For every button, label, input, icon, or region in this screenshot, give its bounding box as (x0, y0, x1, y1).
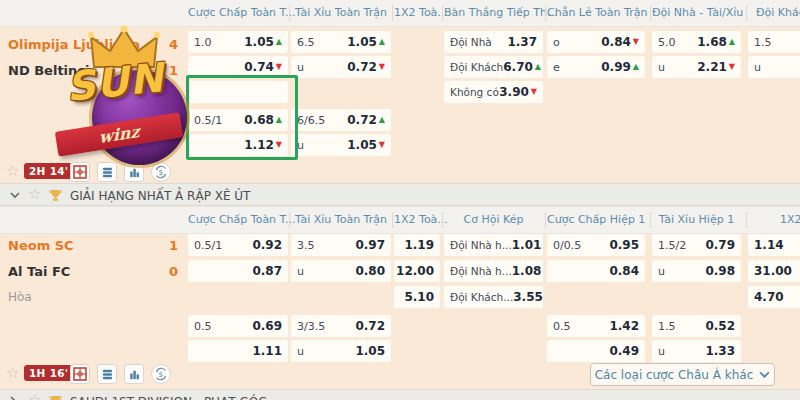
odds-cell-1x2-away[interactable]: 12.00 (394, 260, 440, 282)
odds-cell-ou2-over[interactable]: 3/3.50.72 (291, 315, 391, 337)
odds-value: 0.74 (244, 60, 274, 74)
odds-cell-dc-12[interactable]: Đội Nhà h...1.08 (444, 260, 543, 282)
league-row-saudi-d1-corners[interactable]: ☆ SAUDI 1ST DIVISION - PHẠT GÓC (0, 389, 800, 400)
league-row-saudi-d1[interactable]: ☆ GIẢI HẠNG NHẤT Ả RẬP XÊ ÚT (0, 183, 800, 206)
handicap: u (297, 345, 304, 358)
odds-cell-even[interactable]: e0.99▲ (547, 56, 645, 78)
stats-button[interactable] (124, 162, 144, 182)
odds-cell-home-ou-over[interactable]: 5.01.68▲ (652, 31, 741, 53)
market-header-double-chance: Cơ Hội Kép (444, 212, 543, 228)
match-time-badge: 2H 14' (24, 163, 73, 179)
odds-cell-home-ou-under[interactable]: u2.21▼ (652, 56, 741, 78)
odds-value: 0.84 (609, 264, 639, 278)
odds-cell-ou2-over[interactable]: 6/6.50.72▲ (291, 109, 391, 131)
divider (289, 5, 290, 21)
cashout-button[interactable]: $ (151, 162, 171, 182)
more-asian-bets-dropdown[interactable]: Các loại cược Châu Á khác (590, 363, 775, 386)
match-time-badge: 1H 16' (24, 365, 73, 381)
odds-cell-hdp2-h1-home[interactable]: 0.51.42 (547, 315, 645, 337)
odds-cell-hdp-ft-away[interactable]: 0.74▼ (188, 56, 288, 78)
handicap: 1.5/2 (658, 239, 686, 252)
odds-value: 1.05 (347, 35, 377, 49)
odds-cell-ou2-under[interactable]: u1.05▼ (291, 134, 391, 156)
odds-cell-hdp-ft-home[interactable]: 1.01.05▲ (188, 31, 288, 53)
odds-value: 0.80 (355, 264, 385, 278)
market-header-next-goal: Bàn Thắng Tiếp Th... (444, 5, 543, 21)
favorite-star-icon[interactable]: ☆ (28, 393, 41, 400)
handicap: 6.5 (297, 36, 315, 49)
odds-value: 0.95 (609, 238, 639, 252)
cashout-button[interactable]: $ (151, 364, 171, 384)
handicap: 3/3.5 (297, 320, 325, 333)
odds-value: 5.10 (404, 290, 434, 304)
odds-cell-1x2-home[interactable]: 1.19 (394, 234, 440, 256)
odds-cell-hdp2-away[interactable]: 1.12▼ (188, 134, 288, 156)
odds-cell-dc-1x[interactable]: Đội Nhà h...1.01 (444, 234, 543, 256)
odds-cell-hdp-h1-home[interactable]: 0/0.50.95 (547, 234, 645, 256)
odds-cell-nextgoal-none[interactable]: Không có3.90▼ (444, 81, 543, 103)
odds-cell-hdp-ft-away[interactable]: 0.87 (188, 260, 288, 282)
favorite-star-icon[interactable]: ☆ (6, 366, 19, 381)
trend-up-icon: ▲ (633, 63, 639, 71)
odds-cell-nextgoal-home[interactable]: Đội Nhà1.37 (444, 31, 543, 53)
handicap: u (754, 61, 761, 74)
odds-cell-hdp2-home[interactable]: 0.5/10.68▲ (188, 109, 288, 131)
field-grid-button[interactable] (70, 162, 90, 182)
odds-value: 0.84 (601, 35, 631, 49)
odds-cell-ou-ft-under[interactable]: u0.72▼ (291, 56, 391, 78)
odds-cell-1x2-h1-draw[interactable]: 4.70 (748, 286, 800, 308)
odds-cell-ou-ft-over[interactable]: 3.50.97 (291, 234, 391, 256)
odds-cell-hdp2-h1-away[interactable]: 0.49 (547, 340, 645, 362)
odds-cell-ou-ft-under[interactable]: u0.80 (291, 260, 391, 282)
odds-cell-ou-h1-under[interactable]: u0.98 (652, 260, 741, 282)
odds-cell-hdp2-home[interactable]: 0.50.69 (188, 315, 288, 337)
market-header-1x2-ft: 1X2 Toà... (394, 5, 440, 21)
odds-cell-away-ou-over[interactable]: 1.5 (748, 31, 800, 53)
divider (392, 212, 393, 228)
trophy-icon (48, 394, 63, 400)
field-grid-button[interactable] (70, 364, 90, 384)
odds-cell-odd[interactable]: o0.84▼ (547, 31, 645, 53)
chevron-down-icon[interactable] (10, 192, 20, 199)
odds-cell-empty[interactable] (188, 81, 288, 103)
trend-down-icon: ▼ (276, 63, 282, 71)
odds-cell-1x2-h1-away[interactable]: 31.00 (748, 260, 800, 282)
market-header-handicap-ft: Cược Chấp Toàn T... (188, 5, 288, 21)
chevron-right-icon[interactable] (10, 396, 17, 400)
market-header-overunder-ft: Tài Xỉu Toàn Trận (291, 212, 391, 228)
chevron-down-icon (759, 371, 770, 379)
odds-cell-ou2-under[interactable]: u1.05 (291, 340, 391, 362)
odds-cell-away-ou-under[interactable]: u (748, 56, 800, 78)
handicap: 1.5 (754, 36, 772, 49)
odds-cell-ou2-h1-under[interactable]: u1.33 (652, 340, 741, 362)
odds-cell-1x2-draw[interactable]: 5.10 (394, 286, 440, 308)
odds-cell-ou-h1-over[interactable]: 1.5/20.79 (652, 234, 741, 256)
trend-up-icon: ▲ (535, 63, 541, 71)
odds-value: 1.01 (512, 238, 542, 252)
away-score: 1 (156, 63, 178, 78)
odds-value: 1.42 (609, 319, 639, 333)
odds-value: 1.05 (244, 35, 274, 49)
favorite-star-icon[interactable]: ☆ (28, 187, 41, 202)
odds-value: 1.68 (697, 35, 727, 49)
field-grid-icon (73, 165, 87, 179)
odds-cell-ou2-h1-over[interactable]: 1.50.52 (652, 315, 741, 337)
odds-value: 1.14 (754, 238, 784, 252)
odds-cell-dc-x2[interactable]: Đội Khách...3.55 (444, 286, 543, 308)
odds-cell-ou-ft-over[interactable]: 6.51.05▲ (291, 31, 391, 53)
odds-cell-nextgoal-away[interactable]: Đội Khách6.70▲ (444, 56, 543, 78)
favorite-star-icon[interactable]: ☆ (6, 164, 19, 179)
odds-cell-1x2-h1-home[interactable]: 1.14 (748, 234, 800, 256)
stats-button[interactable] (124, 364, 144, 384)
handicap: 6/6.5 (297, 114, 325, 127)
odds-value: 1.12 (244, 138, 274, 152)
layers-button[interactable] (97, 162, 117, 182)
layers-button[interactable] (97, 364, 117, 384)
odds-value: 0.92 (252, 238, 282, 252)
odds-value: 0.49 (609, 344, 639, 358)
odds-cell-hdp2-away[interactable]: 1.11 (188, 340, 288, 362)
odds-cell-hdp-h1-away[interactable]: 0.84 (547, 260, 645, 282)
league-name: SAUDI 1ST DIVISION - PHẠT GÓC (70, 395, 267, 400)
odds-cell-hdp-ft-home[interactable]: 0.5/10.92 (188, 234, 288, 256)
label: e (553, 61, 560, 74)
